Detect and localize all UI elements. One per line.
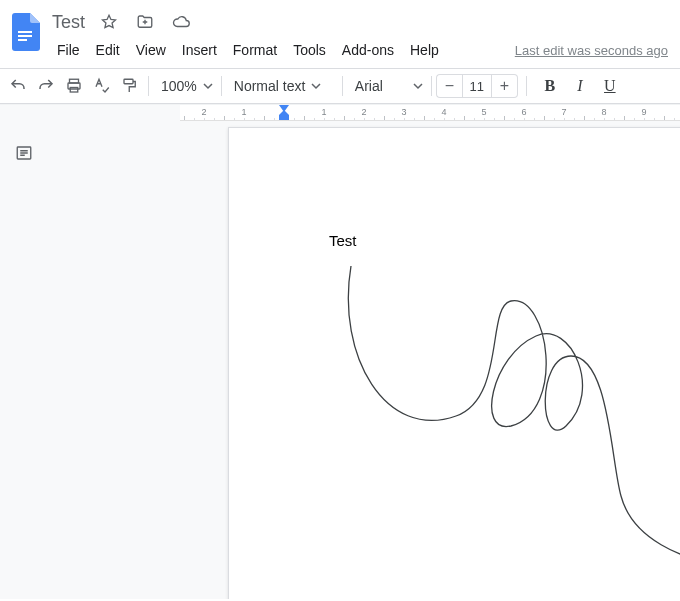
paragraph-style-value: Normal text [234,78,306,94]
star-icon[interactable] [97,10,121,34]
ruler-label: 8 [601,107,606,117]
spellcheck-icon[interactable] [88,72,116,100]
ruler-label: 9 [641,107,646,117]
fontsize-input[interactable] [462,74,492,98]
toolbar-separator [342,76,343,96]
menu-addons[interactable]: Add-ons [335,38,401,62]
menu-help[interactable]: Help [403,38,446,62]
paint-format-icon[interactable] [116,72,144,100]
menu-format[interactable]: Format [226,38,284,62]
menu-file[interactable]: File [50,38,87,62]
ruler-label: 7 [561,107,566,117]
menu-bar: File Edit View Insert Format Tools Add-o… [44,34,672,68]
ruler-label: 2 [201,107,206,117]
svg-rect-5 [70,88,78,93]
toolbar-separator [221,76,222,96]
document-title[interactable]: Test [52,12,85,33]
title-bar: Test File Edit View Insert Format Tools … [0,0,680,68]
underline-button[interactable]: U [597,72,623,100]
menu-tools[interactable]: Tools [286,38,333,62]
toolbar-separator [148,76,149,96]
menu-insert[interactable]: Insert [175,38,224,62]
ruler-label: 1 [321,107,326,117]
font-value: Arial [355,78,383,94]
horizontal-ruler[interactable]: 21123456789 [180,105,680,121]
menu-edit[interactable]: Edit [89,38,127,62]
outline-icon[interactable] [12,141,36,165]
toolbar-separator [526,76,527,96]
editor-area: 21123456789 Test [0,104,680,599]
bold-button[interactable]: B [537,72,563,100]
paragraph-style-dropdown[interactable]: Normal text [226,72,338,100]
menu-view[interactable]: View [129,38,173,62]
font-size-group: − + [436,74,518,98]
canvas: 21123456789 Test [48,105,680,599]
svg-rect-2 [18,39,27,41]
undo-icon[interactable] [4,72,32,100]
redo-icon[interactable] [32,72,60,100]
left-gutter [0,105,48,599]
chevron-down-icon [203,78,213,94]
svg-rect-1 [18,35,32,37]
indent-left-marker[interactable] [279,115,289,120]
ruler-label: 5 [481,107,486,117]
last-edit-link[interactable]: Last edit was seconds ago [515,43,672,58]
document-page[interactable]: Test [228,127,680,599]
ruler-label: 2 [361,107,366,117]
move-icon[interactable] [133,10,157,34]
cloud-icon[interactable] [169,10,193,34]
ruler-label: 1 [241,107,246,117]
chevron-down-icon [413,78,423,94]
decrease-fontsize-button[interactable]: − [436,74,462,98]
toolbar-separator [431,76,432,96]
svg-rect-0 [18,31,32,33]
font-dropdown[interactable]: Arial [347,72,427,100]
chevron-down-icon [311,78,321,94]
svg-rect-6 [124,79,133,84]
print-icon[interactable] [60,72,88,100]
increase-fontsize-button[interactable]: + [492,74,518,98]
ruler-label: 4 [441,107,446,117]
toolbar: 100% Normal text Arial − + B I U [0,68,680,104]
drawing-scribble [341,266,680,576]
zoom-value: 100% [161,78,197,94]
body-text[interactable]: Test [329,232,357,249]
docs-logo[interactable] [8,8,44,56]
zoom-dropdown[interactable]: 100% [153,72,217,100]
ruler-label: 6 [521,107,526,117]
ruler-label: 3 [401,107,406,117]
title-row: Test [44,8,672,34]
italic-button[interactable]: I [567,72,593,100]
